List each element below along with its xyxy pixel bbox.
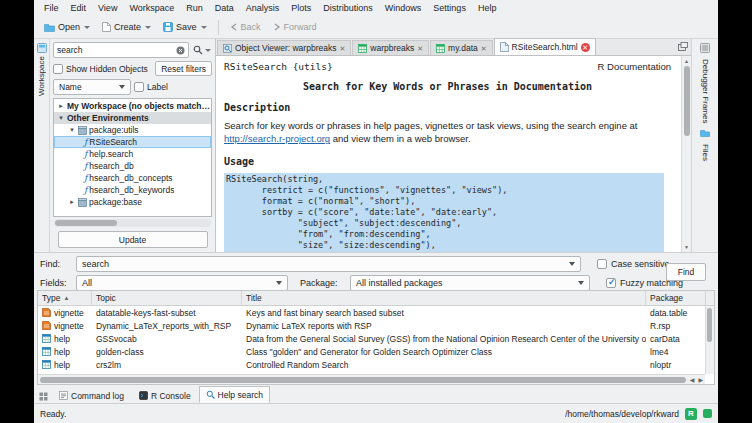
object-search-input[interactable]: [53, 42, 189, 58]
case-sensitive-checkbox[interactable]: [597, 259, 607, 269]
help-search-panel: Find: search Case sensitive Fields: All …: [34, 252, 718, 290]
search-icon: [193, 45, 203, 55]
table-row[interactable]: help GSSvocab Data from the General Soci…: [38, 332, 714, 345]
desktop-background: File Edit View Workspace Run Data Analys…: [0, 0, 752, 423]
expander-icon[interactable]: ▸: [57, 102, 65, 110]
column-header-type[interactable]: Type▲: [38, 291, 92, 305]
scroll-left-icon[interactable]: ◀: [688, 376, 697, 383]
menu-item-workspace[interactable]: Workspace: [123, 2, 180, 14]
menu-item-windows[interactable]: Windows: [379, 2, 428, 14]
find-combo[interactable]: search: [76, 256, 581, 272]
find-button[interactable]: Find: [666, 263, 706, 281]
fields-value: All: [82, 278, 92, 288]
scroll-up-icon[interactable]: ▲: [684, 56, 689, 66]
main-toolbar: Open Create Save Back Forward: [34, 16, 718, 39]
tab-help-search[interactable]: Help search: [199, 386, 270, 403]
expander-icon[interactable]: ▾: [68, 126, 76, 134]
tree-horizontal-scrollbar[interactable]: [54, 219, 211, 227]
sort-asc-icon: ▲: [63, 295, 69, 301]
update-button[interactable]: Update: [58, 231, 208, 248]
expander-icon[interactable]: ▾: [57, 114, 65, 122]
tree-item-hsearch-db-keywords[interactable]: ƒ hsearch_db_keywords: [54, 184, 211, 196]
tab-my-data[interactable]: my.data ✕: [430, 40, 492, 55]
back-button[interactable]: Back: [225, 20, 266, 34]
scrollbar-thumb[interactable]: [40, 377, 686, 383]
menu-item-analysis[interactable]: Analysis: [240, 2, 286, 14]
table-row[interactable]: help crs2lm Controlled Random Search nlo…: [38, 358, 714, 371]
column-header-topic[interactable]: Topic: [92, 291, 242, 305]
fuzzy-matching-checkbox[interactable]: [606, 278, 616, 288]
tab-rsitesearch-html[interactable]: RSiteSearch.html ✕: [494, 38, 596, 55]
object-search-field[interactable]: [57, 45, 176, 55]
save-button[interactable]: Save: [158, 20, 212, 34]
files-dock-tab[interactable]: Files: [701, 144, 710, 161]
tab-r-console[interactable]: R Console: [132, 388, 198, 403]
help-doc-label: R Documentation: [598, 61, 671, 72]
label-checkbox[interactable]: [134, 82, 144, 92]
table-row[interactable]: vignette Dynamic_LaTeX_reports_with_RSP …: [38, 319, 714, 332]
menu-item-edit[interactable]: Edit: [65, 2, 93, 14]
column-header-package[interactable]: Package: [646, 291, 706, 305]
workspace-icon: [37, 43, 47, 53]
forward-button[interactable]: Forward: [268, 20, 322, 34]
menu-item-plots[interactable]: Plots: [285, 2, 317, 14]
tab-warpbreaks[interactable]: warpbreaks ✕: [352, 40, 429, 55]
menu-item-run[interactable]: Run: [180, 2, 209, 14]
help-icon: [42, 334, 51, 343]
clear-search-icon[interactable]: [176, 46, 185, 55]
help-view: RSiteSearch {utils} R Documentation Sear…: [216, 56, 691, 252]
fields-combo[interactable]: All: [76, 275, 288, 291]
tree-item-rsitesearch[interactable]: ƒ RSiteSearch: [54, 136, 211, 148]
debugger-frames-dock-tab[interactable]: Debugger Frames: [701, 59, 710, 123]
close-tab-icon[interactable]: ✕: [417, 45, 423, 52]
create-button[interactable]: Create: [97, 20, 156, 34]
console-icon: [139, 391, 148, 400]
search-options-button[interactable]: [192, 44, 212, 56]
scroll-right-icon[interactable]: ▶: [696, 376, 705, 383]
tab-command-log[interactable]: Command log: [52, 388, 131, 403]
close-tab-icon[interactable]: ✕: [581, 43, 590, 52]
tree-item-help-search[interactable]: ƒ help.search: [54, 148, 211, 160]
close-tab-icon[interactable]: ✕: [481, 45, 487, 52]
reset-filters-button[interactable]: Reset filters: [155, 61, 212, 76]
function-icon: ƒ: [84, 138, 87, 146]
tree-item-hsearch-db-concepts[interactable]: ƒ hsearch_db_concepts: [54, 172, 211, 184]
results-horizontal-scrollbar[interactable]: ◀ ▶: [38, 374, 705, 384]
document-area: Object Viewer: warpbreaks ✕ warpbreaks ✕…: [216, 39, 691, 252]
tree-item-package-utils[interactable]: ▾ package:utils: [54, 124, 211, 136]
detach-view-icon[interactable]: [678, 42, 688, 53]
tree-item-package-base[interactable]: ▸ package:base: [54, 196, 211, 208]
object-tree: ▸ My Workspace (no objects matching filt…: [53, 98, 212, 217]
menu-item-settings[interactable]: Settings: [427, 2, 472, 14]
table-row[interactable]: vignette datatable-keys-fast-subset Keys…: [38, 306, 714, 319]
workspace-dock-tab[interactable]: Workspace: [37, 43, 47, 96]
menu-item-distributions[interactable]: Distributions: [317, 2, 379, 14]
expander-icon[interactable]: ▸: [68, 198, 76, 206]
tree-item-hsearch-db[interactable]: ƒ hsearch_db: [54, 160, 211, 172]
tab-object-viewer-warpbreaks[interactable]: Object Viewer: warpbreaks ✕: [217, 40, 351, 55]
column-header-title[interactable]: Title: [242, 291, 646, 305]
show-hidden-checkbox[interactable]: [53, 64, 63, 74]
table-row[interactable]: help golden-class Class "golden" and Gen…: [38, 345, 714, 358]
panel-switcher-icon[interactable]: [36, 392, 51, 403]
help-vertical-scrollbar[interactable]: ▲ ▼: [681, 56, 691, 252]
menu-item-data[interactable]: Data: [209, 2, 240, 14]
tree-item-other-environments[interactable]: ▾ Other Environments: [54, 112, 211, 124]
scrollbar-thumb[interactable]: [707, 308, 712, 342]
scroll-down-icon[interactable]: ▼: [684, 242, 689, 252]
package-combo[interactable]: All installed packages: [350, 275, 590, 291]
menu-item-file[interactable]: File: [38, 2, 65, 14]
menu-item-help[interactable]: Help: [472, 2, 503, 14]
folder-icon: [44, 23, 55, 32]
scrollbar-thumb[interactable]: [684, 66, 690, 136]
tree-item-my-workspace[interactable]: ▸ My Workspace (no objects matching filt…: [54, 100, 211, 112]
open-button[interactable]: Open: [39, 20, 95, 34]
files-icon: [700, 129, 710, 138]
usage-code-block: RSiteSearch(string, restrict = c("functi…: [224, 173, 664, 252]
name-filter-combo[interactable]: Name: [53, 79, 131, 95]
results-vertical-scrollbar[interactable]: [705, 306, 714, 374]
close-tab-icon[interactable]: ✕: [339, 45, 345, 52]
scrollbar-thumb[interactable]: [55, 220, 117, 226]
search-r-project-link[interactable]: http://search.r-project.org: [224, 133, 330, 144]
menu-item-view[interactable]: View: [92, 2, 123, 14]
